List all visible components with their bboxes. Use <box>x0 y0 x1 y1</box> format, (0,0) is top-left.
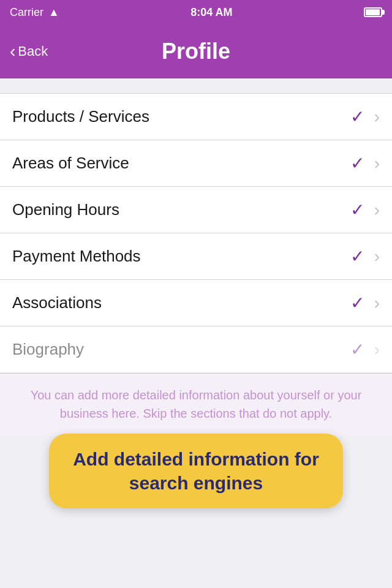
check-icon: ✓ <box>350 107 364 127</box>
back-chevron-icon: ‹ <box>10 43 15 60</box>
chevron-right-icon: › <box>374 340 380 360</box>
tooltip-bubble: Add detailed information for search engi… <box>49 434 343 508</box>
status-bar: Carrier ▲ 8:04 AM <box>0 0 392 24</box>
tooltip-text: Add detailed information for search engi… <box>66 447 326 495</box>
chevron-right-icon: › <box>374 107 380 127</box>
list-item-associations[interactable]: Associations ✓ › <box>0 280 392 326</box>
section-gap <box>0 78 392 93</box>
chevron-right-icon: › <box>374 247 380 266</box>
list-item-products-services[interactable]: Products / Services ✓ › <box>0 94 392 140</box>
list-item-label: Products / Services <box>12 107 350 126</box>
chevron-right-icon: › <box>374 154 380 173</box>
check-icon: ✓ <box>350 293 364 313</box>
list-item-opening-hours[interactable]: Opening Hours ✓ › <box>0 187 392 233</box>
list-item-areas-of-service[interactable]: Areas of Service ✓ › <box>0 140 392 187</box>
list-container: Products / Services ✓ › Areas of Service… <box>0 93 392 373</box>
info-text: You can add more detailed information ab… <box>24 386 368 423</box>
status-bar-left: Carrier ▲ <box>10 6 59 19</box>
status-bar-time: 8:04 AM <box>190 6 232 19</box>
check-icon: ✓ <box>350 153 364 173</box>
list-item-label: Payment Methods <box>12 247 350 266</box>
carrier-label: Carrier <box>10 6 43 19</box>
chevron-right-icon: › <box>374 293 380 313</box>
check-icon: ✓ <box>350 339 364 360</box>
check-icon: ✓ <box>350 200 364 220</box>
list-item-label: Biography <box>12 340 350 359</box>
nav-bar: ‹ Back Profile <box>0 24 392 78</box>
page-title: Profile <box>162 39 230 64</box>
battery-icon <box>364 7 382 17</box>
back-button[interactable]: ‹ Back <box>10 43 48 60</box>
chevron-right-icon: › <box>374 200 380 220</box>
list-item-label: Areas of Service <box>12 154 350 173</box>
check-icon: ✓ <box>350 246 364 266</box>
info-section: You can add more detailed information ab… <box>0 373 392 435</box>
list-item-label: Opening Hours <box>12 200 350 219</box>
list-item-label: Associations <box>12 293 350 312</box>
back-label: Back <box>18 43 48 59</box>
list-item-biography[interactable]: Biography ✓ › <box>0 326 392 373</box>
list-item-payment-methods[interactable]: Payment Methods ✓ › <box>0 233 392 280</box>
status-bar-right <box>364 7 382 17</box>
wifi-icon: ▲ <box>48 6 59 19</box>
